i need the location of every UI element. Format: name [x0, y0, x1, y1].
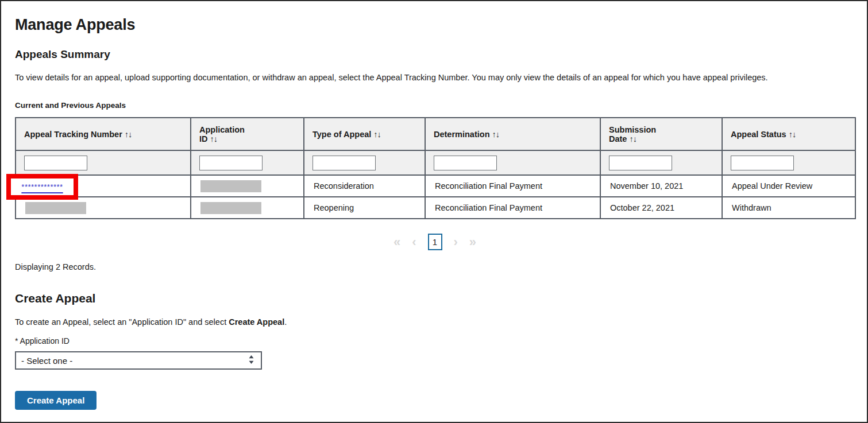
sort-icon[interactable]: ↑↓ [125, 130, 132, 139]
pagination-next-button[interactable]: › [454, 236, 458, 249]
application-id-select[interactable]: - Select one - [15, 351, 262, 370]
cell-application-id [191, 197, 304, 219]
filter-appeal-tracking-number-input[interactable] [24, 156, 87, 170]
filter-appeal-status-input[interactable] [731, 156, 794, 170]
pagination-first-button[interactable]: « [394, 236, 400, 249]
cell-type-of-appeal: Reconsideration [304, 175, 425, 197]
cell-type-of-appeal: Reopening [304, 197, 425, 219]
redacted-tracking-number [25, 202, 86, 214]
filter-determination-input[interactable] [434, 156, 497, 170]
table-row: ************* Reconsideration Reconcilia… [16, 175, 855, 197]
sort-icon[interactable]: ↑↓ [629, 134, 636, 143]
col-header-application-id[interactable]: Application ID↑↓ [191, 118, 304, 150]
appeal-tracking-number-link[interactable]: ************* [21, 183, 63, 191]
col-header-appeal-tracking-number[interactable]: Appeal Tracking Number↑↓ [16, 118, 191, 150]
col-header-determination[interactable]: Determination↑↓ [425, 118, 600, 150]
table-header-row: Appeal Tracking Number↑↓ Application ID↑… [16, 118, 855, 150]
pagination-prev-button[interactable]: ‹ [412, 236, 416, 249]
create-appeal-heading: Create Appeal [15, 292, 853, 305]
col-header-type-of-appeal[interactable]: Type of Appeal↑↓ [304, 118, 425, 150]
sort-icon[interactable]: ↑↓ [373, 130, 381, 139]
pagination-page-1-button[interactable]: 1 [428, 234, 442, 250]
sort-icon[interactable]: ↑↓ [789, 130, 796, 139]
filter-type-of-appeal-input[interactable] [313, 156, 376, 170]
filter-submission-date-input[interactable] [609, 156, 672, 170]
pagination: « ‹ 1 › » [15, 234, 855, 250]
application-id-field-label: * Application ID [15, 336, 853, 346]
redacted-application-id [200, 180, 261, 192]
cell-determination: Reconciliation Final Payment [425, 175, 600, 197]
table-filter-row [16, 150, 855, 175]
sort-icon[interactable]: ↑↓ [210, 134, 218, 143]
cell-appeal-status: Appeal Under Review [722, 175, 855, 197]
cell-submission-date: November 10, 2021 [600, 175, 722, 197]
cell-submission-date: October 22, 2021 [600, 197, 722, 219]
table-caption: Current and Previous Appeals [15, 101, 853, 110]
create-desc-prefix: To create an Appeal, select an "Applicat… [15, 317, 229, 327]
create-desc-suffix: . [284, 317, 287, 327]
page-title: Manage Appeals [15, 16, 853, 34]
pagination-last-button[interactable]: » [469, 236, 476, 249]
create-desc-bold: Create Appeal [229, 317, 284, 327]
table-row: Reopening Reconciliation Final Payment O… [16, 197, 855, 219]
col-header-submission-date[interactable]: Submission Date↑↓ [600, 118, 722, 150]
create-appeal-description: To create an Appeal, select an "Applicat… [15, 317, 853, 327]
cell-tracking-number: ************* [16, 175, 191, 197]
summary-description: To view details for an appeal, upload su… [15, 73, 853, 82]
manage-appeals-page: Manage Appeals Appeals Summary To view d… [0, 0, 868, 423]
records-count-text: Displaying 2 Records. [15, 262, 853, 271]
redacted-application-id [200, 202, 261, 214]
cell-application-id [191, 175, 304, 197]
select-value: - Select one - [21, 356, 72, 366]
highlight-box: ************* [6, 174, 78, 200]
create-appeal-button[interactable]: Create Appeal [15, 391, 97, 410]
sort-icon[interactable]: ↑↓ [492, 130, 500, 139]
cell-appeal-status: Withdrawn [722, 197, 855, 219]
select-updown-caret-icon [248, 355, 255, 367]
cell-tracking-number [16, 197, 191, 219]
filter-application-id-input[interactable] [199, 156, 263, 170]
appeals-table: Appeal Tracking Number↑↓ Application ID↑… [15, 117, 856, 219]
appeals-summary-heading: Appeals Summary [15, 48, 853, 61]
cell-determination: Reconciliation Final Payment [425, 197, 600, 219]
col-header-appeal-status[interactable]: Appeal Status↑↓ [722, 118, 855, 150]
